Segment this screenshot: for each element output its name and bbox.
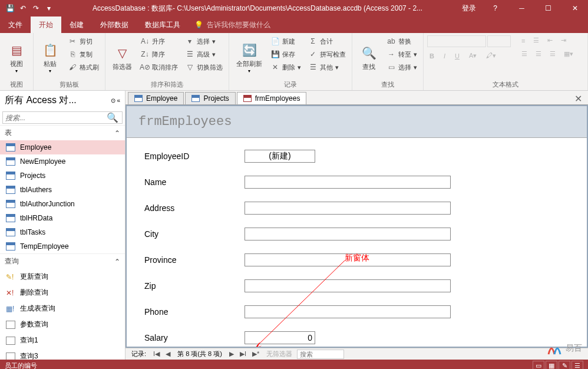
table-icon [6, 228, 15, 236]
nav-item-delete-query[interactable]: ✕!删除查询 [0, 285, 125, 301]
clear-sort-button[interactable]: A⊘取消排序 [138, 61, 180, 73]
cut-button[interactable]: ✂剪切 [65, 35, 101, 47]
spelling-button[interactable]: ✓拼写检查 [306, 48, 348, 60]
datasheet-view-button[interactable]: ☰ [572, 361, 583, 369]
selection-button[interactable]: ▾选择▾ [183, 35, 225, 47]
first-record-button[interactable]: I◀ [151, 350, 162, 358]
nav-item-tblauthers[interactable]: tblAuthers [0, 183, 125, 197]
format-painter-button[interactable]: 🖌格式刷 [65, 61, 101, 73]
totals-button[interactable]: Σ合计 [306, 35, 348, 47]
search-icon[interactable]: 🔍 [103, 112, 122, 123]
title-bar: 💾 ↶ ↷ ▾ AccessDatabase : 数据库- C:\Users\A… [0, 0, 588, 17]
sort-asc-button[interactable]: A↓升序 [138, 35, 180, 47]
nav-search-input[interactable] [3, 113, 103, 123]
form-icon [243, 95, 252, 102]
record-search-input[interactable] [297, 350, 344, 359]
input-salary[interactable]: 0 [245, 331, 315, 344]
query-icon [6, 337, 15, 345]
new-record-button[interactable]: 📄新建 [268, 35, 303, 47]
nav-item-tbltasks[interactable]: tblTasks [0, 225, 125, 239]
input-phone[interactable] [245, 305, 451, 318]
more-button[interactable]: ☰其他▾ [306, 61, 348, 73]
help-icon[interactable]: ? [482, 0, 508, 17]
nav-section-tables[interactable]: 表 ⌃ [0, 125, 125, 140]
layout-view-button[interactable]: ▦ [546, 361, 557, 369]
input-address[interactable] [245, 202, 451, 215]
find-button[interactable]: 🔍 查找 [356, 35, 382, 79]
table-icon [6, 157, 15, 166]
sigma-icon: Σ [308, 37, 318, 46]
nav-header[interactable]: 所有 Access 对... ⊙ « [0, 91, 125, 110]
maximize-icon[interactable]: ☐ [535, 0, 561, 17]
outdent-button: ⇥ [559, 35, 569, 45]
annotation-text: 新窗体 [345, 253, 369, 263]
nav-item-param-query[interactable]: 参数查询 [0, 317, 125, 332]
input-zip[interactable] [245, 279, 451, 292]
advanced-button[interactable]: ☰高级▾ [183, 48, 225, 60]
redo-icon[interactable]: ↷ [31, 3, 41, 14]
doc-tab-employee[interactable]: Employee [128, 92, 184, 104]
close-icon[interactable]: ✕ [561, 0, 588, 17]
nav-item-newemployee[interactable]: NewEmployee [0, 154, 125, 169]
group-clipboard: 📋 粘贴 ▾ ✂剪切 ⎘复制 🖌格式刷 剪贴板 [34, 33, 105, 90]
form-view-button[interactable]: ▭ [533, 361, 544, 369]
input-name[interactable] [245, 176, 451, 189]
tell-me-search[interactable]: 💡 告诉我你想要做什么 [189, 20, 276, 30]
login-link[interactable]: 登录 [456, 4, 482, 14]
quick-access-toolbar: 💾 ↶ ↷ ▾ [0, 3, 59, 14]
nav-item-tblhrdata[interactable]: tblHRData [0, 211, 125, 225]
field-address: Address [144, 202, 569, 215]
collapse-icon: ⌃ [114, 129, 120, 137]
tab-home[interactable]: 开始 [31, 17, 61, 33]
minimize-icon[interactable]: ─ [508, 0, 535, 17]
nav-item-query3[interactable]: 查询3 [0, 348, 125, 360]
goto-button[interactable]: →转至▾ [384, 48, 419, 60]
new-record-nav-button[interactable]: ▶* [250, 350, 262, 358]
copy-button[interactable]: ⎘复制 [65, 48, 101, 60]
replace-button[interactable]: ab替换 [384, 35, 419, 47]
brush-icon: 🖌 [68, 62, 77, 72]
doc-tab-projects[interactable]: Projects [185, 92, 235, 104]
nav-item-tblauthorjunction[interactable]: tblAuthorJunction [0, 197, 125, 211]
filter-button[interactable]: ▽ 筛选器 [109, 35, 136, 79]
nav-item-query1[interactable]: 查询1 [0, 332, 125, 348]
sort-asc-icon: A↓ [140, 37, 150, 46]
next-record-button[interactable]: ▶ [227, 350, 236, 358]
query-icon [6, 352, 15, 360]
nav-item-employee[interactable]: Employee [0, 140, 125, 154]
qat-dropdown-icon[interactable]: ▾ [44, 3, 54, 14]
sort-desc-button[interactable]: Z↓降序 [138, 48, 180, 60]
refresh-all-button[interactable]: 🔄 全部刷新 ▾ [233, 35, 266, 79]
group-records: 🔄 全部刷新 ▾ 📄新建 💾保存 ✕删除▾ Σ合计 ✓拼写检查 ☰其他▾ 记录 [229, 33, 352, 90]
tab-file[interactable]: 文件 [0, 17, 31, 33]
nav-item-projects[interactable]: Projects [0, 169, 125, 183]
view-button[interactable]: ▤ 视图 ▾ [4, 35, 29, 79]
doc-tab-frmemployees[interactable]: frmEmployees [237, 92, 307, 104]
select-button[interactable]: ▭选择▾ [384, 61, 419, 73]
nav-item-tempemployee[interactable]: TempEmployee [0, 239, 125, 253]
delete-record-button[interactable]: ✕删除▾ [268, 61, 303, 73]
input-employeeid[interactable]: (新建) [245, 150, 315, 163]
toggle-icon: ▽ [185, 62, 194, 72]
tab-external[interactable]: 外部数据 [92, 17, 137, 33]
input-city[interactable] [245, 228, 451, 240]
select-icon: ▭ [387, 62, 396, 72]
paste-button[interactable]: 📋 粘贴 ▾ [37, 35, 63, 79]
undo-icon[interactable]: ↶ [18, 3, 28, 14]
group-text-format: B I U A▾ 🖍▾ ≡ ☰ ⇤ ⇥ ☰ ☰ ☰ ▦▾ [424, 33, 588, 90]
nav-section-queries[interactable]: 查询 ⌃ [0, 253, 125, 269]
font-color-button: A▾ [467, 51, 479, 61]
watermark: 易百 [546, 340, 582, 357]
save-record-button[interactable]: 💾保存 [268, 48, 303, 60]
nav-item-maketable-query[interactable]: ▦!生成表查询 [0, 301, 125, 317]
nav-item-update-query[interactable]: ✎!更新查询 [0, 269, 125, 285]
design-view-button[interactable]: ✎ [559, 361, 570, 369]
last-record-button[interactable]: ▶I [237, 350, 249, 358]
tab-create[interactable]: 创建 [61, 17, 92, 33]
toggle-filter-button[interactable]: ▽切换筛选 [183, 61, 225, 73]
tab-dbtools[interactable]: 数据库工具 [137, 17, 189, 33]
prev-record-button[interactable]: ◀ [163, 350, 173, 358]
close-tab-icon[interactable]: ✕ [569, 93, 588, 104]
save-icon[interactable]: 💾 [5, 3, 15, 14]
nav-dropdown-icon[interactable]: ⊙ « [111, 97, 120, 104]
